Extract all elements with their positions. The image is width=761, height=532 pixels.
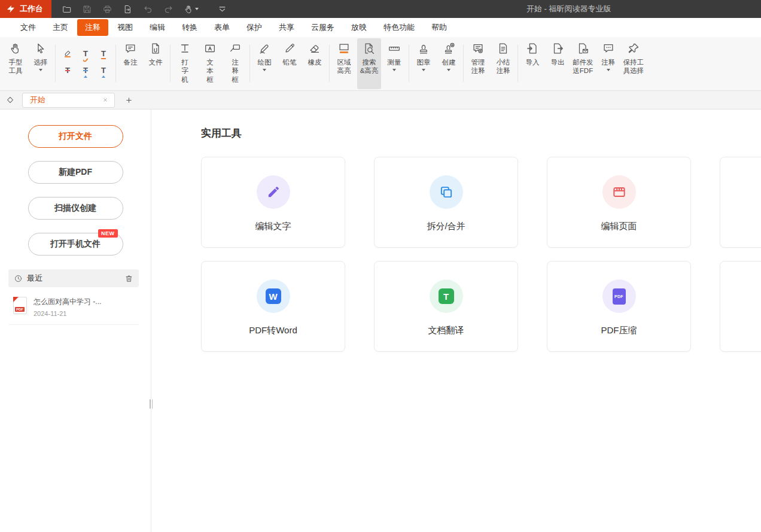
document-tabbar: 开始: [0, 91, 761, 110]
ribbon-summarize-comments-button[interactable]: 小结 注释: [491, 38, 515, 89]
replace-text-button[interactable]: T: [77, 62, 94, 78]
print-button[interactable]: [99, 1, 115, 17]
tool-card-split-merge[interactable]: 拆分/合并: [374, 157, 518, 248]
ribbon-pencil-button[interactable]: 铅笔: [278, 38, 302, 89]
strikeout-button[interactable]: T: [59, 62, 76, 78]
ribbon-eraser-button[interactable]: 橡皮: [303, 38, 327, 89]
dropdown-caret-icon: [422, 69, 425, 71]
translate-icon: T: [430, 279, 463, 313]
redo-button[interactable]: [160, 1, 176, 17]
tool-card-pdf-to-word[interactable]: W PDF转Word: [201, 261, 345, 352]
ribbon-textbox-button[interactable]: 文 本 框: [198, 38, 222, 89]
edit-pages-icon: [602, 175, 636, 209]
hand-tool-quick-button[interactable]: [181, 1, 201, 17]
ribbon-export-button[interactable]: 导出: [546, 38, 570, 89]
ribbon-keep-tool-selected-button[interactable]: 保持工 具选择: [622, 38, 646, 89]
save-button[interactable]: [79, 1, 95, 17]
squiggly-underline-button[interactable]: T: [77, 45, 94, 61]
recent-file-item[interactable]: PDF 怎么面对高中学习 -... 2024-11-21: [8, 296, 139, 325]
sidebar-resize-handle[interactable]: [149, 399, 153, 409]
menu-protect[interactable]: 保护: [239, 19, 270, 36]
tool-card-edit-pages[interactable]: 编辑页面: [547, 157, 691, 248]
menu-view[interactable]: 视图: [109, 19, 141, 36]
ribbon-manage-comments-button[interactable]: 管理 注释: [466, 38, 490, 89]
ribbon-drawing-button[interactable]: 绘图: [252, 38, 276, 89]
tab-label: 开始: [30, 95, 101, 105]
menu-present[interactable]: 放映: [343, 19, 375, 36]
menu-share[interactable]: 共享: [271, 19, 302, 36]
print-icon: [102, 4, 112, 14]
ribbon-hand-tool-button[interactable]: 手型 工具: [4, 38, 28, 89]
ribbon-note-button[interactable]: 备注: [118, 38, 142, 89]
manage-comments-icon: [471, 42, 485, 55]
menu-edit[interactable]: 编辑: [142, 19, 173, 36]
open-mobile-file-button[interactable]: 打开手机文件 NEW: [28, 233, 123, 256]
ribbon-create-button[interactable]: 创建: [437, 38, 461, 89]
ribbon-toolbar: 手型 工具 选择 T T T T T 备注 文件 打 字 机: [0, 37, 761, 91]
ruler-icon: [388, 42, 401, 55]
foxit-logo-icon: [6, 4, 16, 14]
menu-convert[interactable]: 转换: [174, 19, 205, 36]
scanner-create-button[interactable]: 扫描仪创建: [28, 197, 123, 220]
open-file-icon: [62, 4, 72, 14]
stamp-icon: [417, 42, 430, 55]
eraser-icon: [308, 42, 321, 55]
ribbon-stamp-button[interactable]: 图章: [412, 38, 436, 89]
menu-cloud[interactable]: 云服务: [303, 19, 342, 36]
open-file-button[interactable]: [59, 1, 74, 17]
convert-button[interactable]: [120, 1, 135, 17]
menu-help[interactable]: 帮助: [424, 19, 455, 36]
tool-card-partial[interactable]: [720, 261, 761, 352]
ribbon-callout-button[interactable]: 注 释 框: [223, 38, 247, 89]
dropdown-caret-icon: [195, 8, 199, 10]
tool-card-pdf-compress[interactable]: PDF PDF压缩: [547, 261, 691, 352]
ribbon-typewriter-button[interactable]: 打 字 机: [173, 38, 197, 89]
undo-button[interactable]: [140, 1, 156, 17]
pen-nib-icon[interactable]: [2, 92, 18, 108]
ribbon-search-highlight-button[interactable]: 搜索 &高亮: [357, 38, 381, 89]
new-tab-button[interactable]: [122, 93, 135, 107]
save-icon: [82, 4, 92, 14]
highlight-button[interactable]: [59, 45, 76, 61]
open-file-side-button[interactable]: 打开文件: [28, 125, 123, 148]
recent-file-name: 怎么面对高中学习 -...: [34, 297, 101, 307]
tab-start[interactable]: 开始: [22, 93, 115, 108]
ribbon-measure-button[interactable]: 测量: [382, 38, 406, 89]
tool-card-edit-text[interactable]: 编辑文字: [201, 157, 345, 248]
menu-form[interactable]: 表单: [206, 19, 238, 36]
menu-features[interactable]: 特色功能: [376, 19, 422, 36]
tool-card-partial[interactable]: [720, 157, 761, 248]
undo-icon: [143, 4, 153, 14]
menu-comment[interactable]: 注释: [77, 19, 108, 36]
workspace-button[interactable]: 工作台: [0, 0, 51, 18]
insert-text-button[interactable]: T: [95, 62, 112, 78]
menubar: 文件 主页 注释 视图 编辑 转换 表单 保护 共享 云服务 放映 特色功能 帮…: [0, 18, 761, 37]
ribbon-email-fdf-button[interactable]: 邮件发 送FDF: [571, 38, 595, 89]
pdf-compress-icon: PDF: [602, 279, 636, 313]
callout-icon: [229, 42, 242, 55]
text-markup-group: T T T T T: [59, 45, 112, 78]
ribbon-file-attach-button[interactable]: 文件: [144, 38, 168, 89]
menu-home[interactable]: 主页: [45, 19, 76, 36]
recent-section-header: 最近: [8, 269, 139, 287]
hand-icon: [9, 42, 22, 55]
ribbon-separator: [329, 45, 330, 82]
tool-card-translate[interactable]: T 文档翻译: [374, 261, 518, 352]
insert-text-icon: T: [101, 66, 106, 74]
recent-title: 最近: [27, 273, 120, 284]
mail-fdf-icon: [576, 42, 589, 55]
ribbon-separator: [409, 45, 409, 82]
split-merge-icon: [430, 175, 463, 209]
ribbon-select-button[interactable]: 选择: [29, 38, 53, 89]
ribbon-import-button[interactable]: 导入: [520, 38, 544, 89]
tab-close-button[interactable]: [101, 96, 109, 104]
trash-icon[interactable]: [124, 274, 133, 283]
ribbon-comments-button[interactable]: 注释: [596, 38, 620, 89]
app-window: 工作台 开始 - 福昕阅读器专业版 文件 主页 注释 视图 编辑 转换 表单 保…: [0, 0, 761, 532]
new-pdf-button[interactable]: 新建PDF: [28, 161, 123, 184]
underline-button[interactable]: T: [95, 45, 112, 61]
customize-toolbar-button[interactable]: [214, 1, 230, 17]
attach-file-icon: [149, 42, 162, 55]
ribbon-area-highlight-button[interactable]: 区域 高亮: [332, 38, 356, 89]
menu-file[interactable]: 文件: [13, 19, 44, 36]
